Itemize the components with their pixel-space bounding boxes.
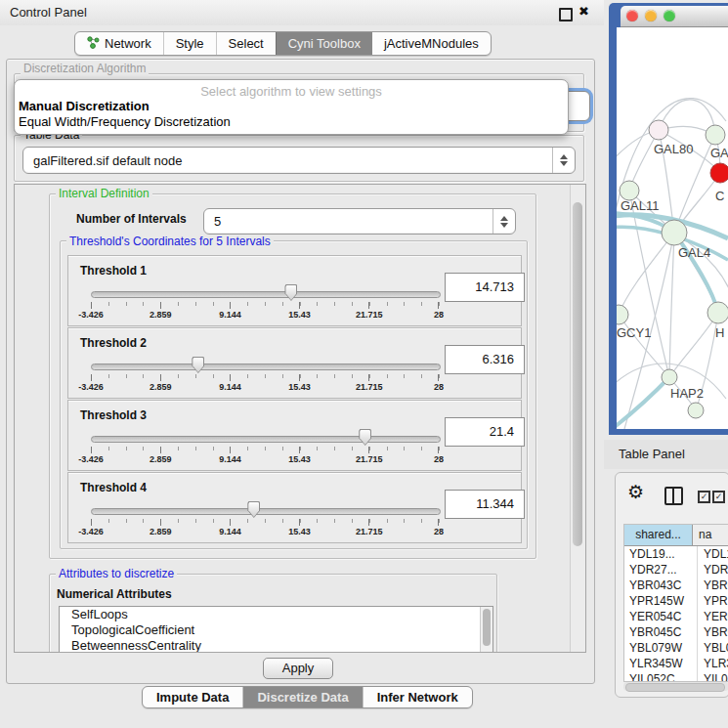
cell-shared-name[interactable]: YBL079W <box>624 640 698 656</box>
cell-name[interactable]: YBR0 <box>698 624 728 640</box>
cell-name[interactable]: YDR2 <box>698 562 728 578</box>
tab-jactivemnodules[interactable]: jActiveMNodules <box>372 32 491 55</box>
threshold-slider[interactable]: -3.4262.8599.14415.4321.71528 <box>91 356 439 395</box>
cell-shared-name[interactable]: YDL19... <box>624 546 698 562</box>
cell-shared-name[interactable]: YLR345W <box>624 656 698 671</box>
cell-name[interactable]: YPR1 <box>698 593 728 609</box>
application-window: Control Panel ✖ Network Style Select C <box>0 0 728 728</box>
network-node-gcy1[interactable] <box>617 305 628 324</box>
algorithm-option-manual[interactable]: Manual Discretization <box>15 99 568 114</box>
cell-name[interactable]: YBL0 <box>698 640 728 656</box>
attribute-item[interactable]: SelfLoops <box>60 607 492 622</box>
tab-infer-network[interactable]: Infer Network <box>363 687 472 707</box>
settings-scrollbar[interactable] <box>570 185 585 652</box>
cell-shared-name[interactable]: YBR045C <box>624 624 698 640</box>
column-header-name[interactable]: na <box>693 525 728 545</box>
table-horizontal-scrollbar[interactable] <box>623 682 728 691</box>
tab-cyni-toolbox[interactable]: Cyni Toolbox <box>276 32 372 55</box>
cell-shared-name[interactable]: YPR145W <box>624 593 698 609</box>
gear-icon[interactable]: ⚙ <box>627 481 644 503</box>
table-row[interactable]: YDR27...YDR2 <box>624 562 728 578</box>
attribute-item[interactable]: TopologicalCoefficient <box>60 622 492 638</box>
node-label-c: C <box>715 189 724 203</box>
slider-thumb[interactable] <box>247 501 260 518</box>
tab-network[interactable]: Network <box>75 32 163 55</box>
table-row[interactable]: YDL19...YDL1 <box>624 546 728 562</box>
cell-shared-name[interactable]: YER054C <box>624 609 698 624</box>
network-node-hap2[interactable] <box>662 369 677 385</box>
threshold-value-input[interactable]: 11.344 <box>445 490 525 519</box>
table-panel-title: Table Panel <box>619 447 685 461</box>
tab-discretize-data[interactable]: Discretize Data <box>242 687 362 707</box>
tab-impute-data[interactable]: Impute Data <box>143 687 242 707</box>
tab-style[interactable]: Style <box>163 32 216 55</box>
network-node-gal80[interactable] <box>649 120 668 140</box>
network-node-top[interactable] <box>706 125 725 145</box>
cell-name[interactable]: YDL1 <box>698 546 728 562</box>
slider-thumb[interactable] <box>284 284 297 301</box>
cell-name[interactable]: YIL0 <box>698 671 728 682</box>
zoom-window-icon[interactable] <box>664 10 675 21</box>
threshold-slider[interactable]: -3.4262.8599.14415.4321.71528 <box>91 500 439 539</box>
tick-label: 21.715 <box>356 454 383 464</box>
slider-major-ticks <box>91 302 440 309</box>
table-row[interactable]: YBR043CYBR0 <box>624 578 728 593</box>
table-row[interactable]: YIL052CYIL0 <box>624 671 728 682</box>
threshold-value-input[interactable]: 21.4 <box>445 417 525 447</box>
slider-thumb[interactable] <box>359 429 371 446</box>
attributes-group-label: Attributes to discretize <box>56 567 177 580</box>
threshold-value-input[interactable]: 6.316 <box>445 345 525 374</box>
cell-shared-name[interactable]: YIL052C <box>624 671 698 682</box>
tick-label: -3.426 <box>78 454 104 464</box>
table-data-value: galFiltered.sif default node <box>33 148 182 173</box>
cell-shared-name[interactable]: YDR27... <box>624 562 698 578</box>
checkbox-icon[interactable]: ✓ <box>712 491 725 503</box>
tab-label: Discretize Data <box>257 690 348 705</box>
algorithm-option-equal-width[interactable]: Equal Width/Frequency Discretization <box>15 114 568 130</box>
table-row[interactable]: YBL079WYBL0 <box>624 640 728 656</box>
interval-definition-label: Interval Definition <box>56 187 152 200</box>
minimize-window-icon[interactable] <box>645 10 657 21</box>
threshold-label: Threshold 2 <box>80 336 147 350</box>
interval-definition-group: Number of Intervals 5 Threshold's Coordi… <box>49 193 536 559</box>
threshold-slider[interactable]: -3.4262.8599.14415.4321.71528 <box>91 428 439 467</box>
table-panel-header: Table Panel <box>604 440 728 469</box>
table-data-combobox[interactable]: galFiltered.sif default node <box>22 147 576 174</box>
slider-thumb[interactable] <box>192 357 204 373</box>
tab-label: jActiveMNodules <box>384 36 479 51</box>
cell-shared-name[interactable]: YBR043C <box>624 578 698 593</box>
float-panel-icon[interactable] <box>559 8 573 21</box>
network-node-gal4[interactable] <box>662 220 687 245</box>
attribute-item[interactable]: BetweennessCentrality <box>60 638 492 653</box>
checkbox-icon[interactable]: ✓ <box>698 491 710 503</box>
cell-name[interactable]: YLR3 <box>698 656 728 671</box>
table-row[interactable]: YBR045CYBR0 <box>624 624 728 640</box>
close-panel-icon[interactable]: ✖ <box>578 4 589 19</box>
network-canvas[interactable]: GAL80 GA C GAL11 GAL4 GCY1 H HAP2 <box>617 27 728 429</box>
number-of-intervals-combobox[interactable]: 5 <box>203 208 516 235</box>
tick-label: 9.144 <box>219 527 241 536</box>
slider-major-ticks <box>91 519 440 526</box>
column-layout-icon[interactable] <box>664 487 683 505</box>
tab-label: Style <box>176 36 204 51</box>
network-node-partial[interactable] <box>688 403 704 418</box>
table-row[interactable]: YLR345WYLR3 <box>624 656 728 671</box>
apply-button[interactable]: Apply <box>263 658 333 679</box>
cell-name[interactable]: YER0 <box>698 609 728 624</box>
close-window-icon[interactable] <box>626 10 638 21</box>
network-node-h[interactable] <box>707 302 728 323</box>
algorithm-dropdown-popup: Select algorithm to view settings Manual… <box>14 79 569 135</box>
tab-select[interactable]: Select <box>216 32 276 55</box>
tick-label: -3.426 <box>78 527 104 536</box>
list-scrollbar[interactable] <box>480 607 492 652</box>
table-row[interactable]: YPR145WYPR1 <box>624 593 728 609</box>
threshold-value-input[interactable]: 14.713 <box>445 273 525 302</box>
column-header-shared-name[interactable]: shared... <box>624 525 693 545</box>
slider-tick-labels: -3.4262.8599.14415.4321.71528 <box>91 527 439 538</box>
threshold-slider[interactable]: -3.4262.8599.14415.4321.71528 <box>91 283 439 322</box>
cell-name[interactable]: YBR0 <box>698 578 728 593</box>
table-row[interactable]: YER054CYER0 <box>624 609 728 624</box>
thresholds-group: Threshold 1-3.4262.8599.14415.4321.71528… <box>60 240 528 549</box>
network-node-gal11[interactable] <box>620 181 639 200</box>
network-node-selected[interactable] <box>710 163 728 183</box>
